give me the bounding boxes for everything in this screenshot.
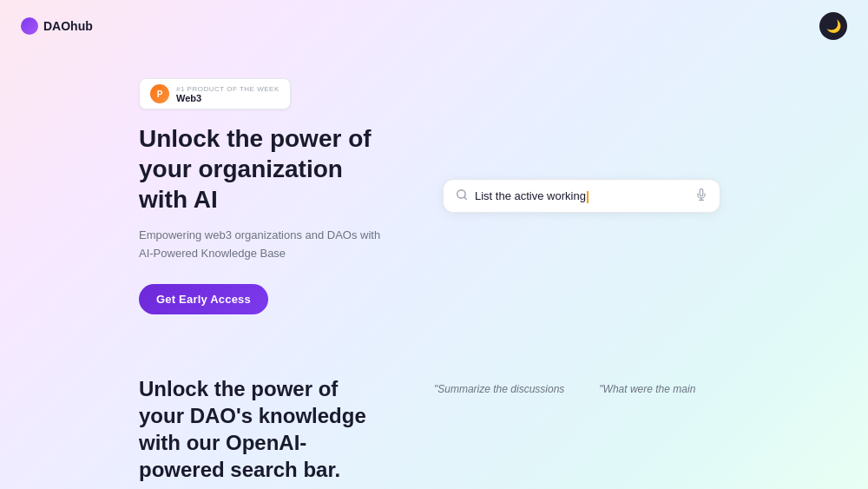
bottom-queries: "Summarize the discussions "What were th… — [434, 382, 695, 489]
logo-icon — [21, 17, 38, 35]
badge-rank: #1 PRODUCT OF THE WEEK — [176, 85, 279, 93]
navbar: DAOhub 🌙 — [0, 0, 868, 52]
hero-subtitle: Empowering web3 organizations and DAOs w… — [139, 227, 382, 263]
dark-mode-button[interactable]: 🌙 — [819, 12, 847, 40]
badge-category: Web3 — [176, 93, 279, 103]
product-badge: P #1 PRODUCT OF THE WEEK Web3 — [139, 78, 291, 109]
search-input[interactable]: List the active working — [475, 189, 688, 203]
bottom-left: Unlock the power of your DAO's knowledge… — [139, 375, 382, 489]
badge-content: #1 PRODUCT OF THE WEEK Web3 — [176, 85, 279, 103]
hero-section: P #1 PRODUCT OF THE WEEK Web3 Unlock the… — [0, 52, 868, 340]
moon-icon: 🌙 — [826, 19, 841, 33]
hero-left: P #1 PRODUCT OF THE WEEK Web3 Unlock the… — [139, 78, 382, 314]
microphone-icon[interactable] — [695, 188, 707, 203]
logo: DAOhub — [21, 17, 93, 35]
search-icon — [456, 188, 468, 203]
hero-right: List the active working — [434, 179, 729, 213]
svg-line-1 — [464, 197, 467, 200]
bottom-section: Unlock the power of your DAO's knowledge… — [0, 340, 868, 489]
cursor-caret — [587, 191, 589, 203]
bottom-content: Unlock the power of your DAO's knowledge… — [139, 375, 729, 489]
logo-text: DAOhub — [43, 19, 93, 33]
query-item-2: "What were the main — [599, 382, 695, 489]
get-early-access-button[interactable]: Get Early Access — [139, 284, 268, 314]
query-item-1: "Summarize the discussions — [434, 382, 564, 489]
hero-title: Unlock the power of your organization wi… — [139, 123, 382, 215]
search-box[interactable]: List the active working — [443, 179, 720, 213]
bottom-title: Unlock the power of your DAO's knowledge… — [139, 375, 382, 484]
badge-icon: P — [150, 84, 169, 103]
